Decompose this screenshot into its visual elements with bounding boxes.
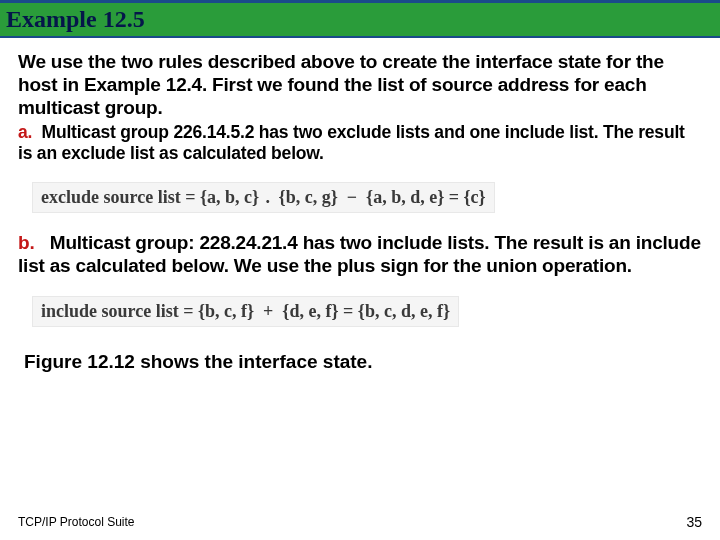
slide-title: Example 12.5 (6, 6, 145, 33)
slide-header: Example 12.5 (0, 0, 720, 38)
footer-source: TCP/IP Protocol Suite (18, 515, 135, 529)
footer-page-number: 35 (686, 514, 702, 530)
item-a-text: Multicast group 226.14.5.2 has two exclu… (18, 122, 685, 163)
formula-a: exclude source list = {a, b, c} . {b, c,… (32, 182, 495, 213)
item-b-text: Multicast group: 228.24.21.4 has two inc… (18, 232, 701, 276)
formula-b: include source list = {b, c, f} + {d, e,… (32, 296, 459, 327)
slide-footer: TCP/IP Protocol Suite 35 (0, 514, 720, 530)
item-b: b. Multicast group: 228.24.21.4 has two … (18, 231, 702, 277)
formula-b-text: include source list = {b, c, f} + {d, e,… (41, 301, 450, 321)
intro-paragraph: We use the two rules described above to … (18, 50, 702, 120)
slide-content: We use the two rules described above to … (0, 38, 720, 373)
formula-a-text: exclude source list = {a, b, c} . {b, c,… (41, 187, 486, 207)
item-a-label: a. (18, 122, 32, 142)
closing-text: Figure 12.12 shows the interface state. (18, 351, 702, 373)
item-b-label: b. (18, 232, 35, 253)
item-a: a. Multicast group 226.14.5.2 has two ex… (18, 122, 702, 165)
